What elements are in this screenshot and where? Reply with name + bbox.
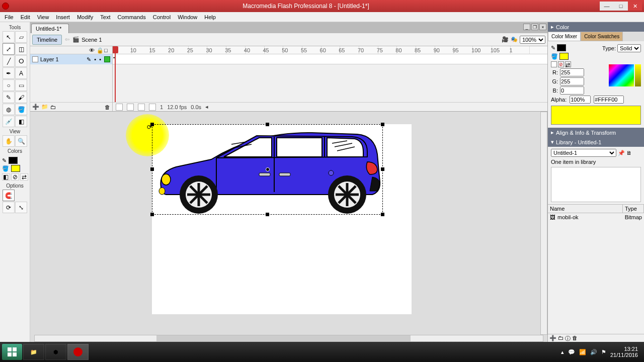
playhead[interactable]: [115, 46, 116, 111]
onion-skin-icon[interactable]: [127, 104, 134, 111]
menu-text[interactable]: Text: [97, 13, 114, 21]
onion-outline-icon[interactable]: [138, 104, 145, 111]
add-motion-guide-icon[interactable]: 📁: [41, 104, 48, 110]
insert-layer-icon[interactable]: ➕: [32, 104, 39, 110]
type-select[interactable]: Solid: [617, 44, 641, 52]
color-picker-gradient[interactable]: [609, 64, 634, 86]
hex-input[interactable]: [594, 96, 624, 104]
library-panel-header[interactable]: ▾ Library - Untitled-1: [548, 137, 644, 147]
handle-mr[interactable]: [381, 167, 384, 171]
nocolor-icon[interactable]: ⊘: [558, 61, 564, 67]
stage-area[interactable]: ⟳: [30, 112, 547, 342]
edit-scene-icon[interactable]: 🎥: [502, 36, 509, 43]
oval-tool[interactable]: ○: [3, 79, 15, 91]
menu-view[interactable]: View: [34, 13, 53, 21]
close-button[interactable]: ✕: [628, 2, 642, 11]
vertical-scrollbar[interactable]: [540, 112, 547, 335]
menu-control[interactable]: Control: [149, 13, 174, 21]
r-input[interactable]: [560, 68, 584, 76]
properties-icon[interactable]: ⓘ: [565, 335, 571, 341]
transform-center[interactable]: [266, 167, 270, 171]
timeline-button[interactable]: Timeline: [32, 35, 62, 45]
center-frame-icon[interactable]: [116, 104, 123, 111]
eye-icon[interactable]: 👁: [89, 47, 95, 53]
menu-edit[interactable]: Edit: [17, 13, 34, 21]
hand-tool[interactable]: ✋: [3, 135, 15, 147]
color-mixer-tab[interactable]: Color Mixer: [548, 32, 581, 41]
g-input[interactable]: [560, 77, 584, 85]
selection-box[interactable]: [152, 124, 383, 215]
doc-close-icon[interactable]: ×: [539, 24, 546, 30]
color-swatches-tab[interactable]: Color Swatches: [581, 32, 623, 41]
stroke-color-swatch[interactable]: [9, 157, 18, 164]
no-color-icon[interactable]: ⊘: [11, 173, 19, 180]
tray-volume-icon[interactable]: 🔊: [590, 349, 597, 355]
panel-fill-swatch[interactable]: [559, 53, 569, 60]
panel-stroke-swatch[interactable]: [557, 44, 566, 51]
handle-bc[interactable]: [266, 213, 269, 216]
outline-icon[interactable]: □: [104, 47, 110, 53]
scene-indicator[interactable]: 🎬 Scene 1: [72, 36, 102, 43]
eyedropper-tool[interactable]: 💉: [3, 116, 15, 127]
tray-flag-icon[interactable]: ⚑: [601, 349, 606, 355]
rectangle-tool[interactable]: ▭: [15, 79, 27, 91]
taskbar-explorer[interactable]: 📁: [23, 344, 44, 360]
maximize-button[interactable]: □: [614, 2, 628, 11]
scroll-left-icon[interactable]: ◂: [205, 104, 208, 110]
name-column[interactable]: Name: [548, 205, 623, 213]
tray-network-icon[interactable]: 📶: [579, 349, 586, 355]
alpha-input[interactable]: [570, 96, 591, 104]
subselection-tool[interactable]: ▱: [15, 31, 27, 43]
taskbar-app-1[interactable]: ⬢: [45, 344, 66, 360]
line-tool[interactable]: ╱: [3, 55, 15, 67]
layer-row[interactable]: Layer 1 ✎ • •: [30, 54, 112, 64]
menu-window[interactable]: Window: [174, 13, 201, 21]
document-tab[interactable]: Untitled-1*: [31, 24, 69, 33]
delete-layer-icon[interactable]: 🗑: [105, 104, 110, 110]
swap-colors-icon[interactable]: ⇄: [20, 173, 28, 180]
free-transform-tool[interactable]: ⤢: [3, 43, 15, 55]
frames-track[interactable]: [113, 54, 547, 64]
start-button[interactable]: [2, 344, 22, 360]
handle-tc[interactable]: [266, 123, 269, 126]
b-input[interactable]: [560, 86, 584, 95]
edit-multiple-icon[interactable]: [149, 104, 156, 111]
menu-file[interactable]: File: [1, 13, 17, 21]
handle-tr[interactable]: [381, 123, 384, 126]
zoom-tool[interactable]: 🔍: [15, 135, 27, 147]
tray-action-icon[interactable]: 💬: [568, 349, 575, 355]
library-doc-select[interactable]: Untitled-1: [551, 149, 616, 157]
scale-option[interactable]: ⤡: [15, 202, 27, 213]
menu-insert[interactable]: Insert: [52, 13, 73, 21]
clock[interactable]: 13:21 21/11/2016: [610, 346, 638, 358]
eraser-tool[interactable]: ◧: [15, 116, 27, 127]
menu-commands[interactable]: Commands: [114, 13, 149, 21]
edit-symbols-icon[interactable]: 🎭: [511, 36, 518, 43]
zoom-select[interactable]: 100%: [520, 36, 545, 44]
layer-outline-color[interactable]: [104, 56, 110, 62]
minimize-button[interactable]: —: [600, 2, 614, 11]
new-folder-icon[interactable]: 🗀: [558, 335, 564, 341]
handle-br[interactable]: [381, 213, 384, 216]
tray-up-icon[interactable]: ▴: [561, 349, 564, 355]
pen-tool[interactable]: ✒: [3, 67, 15, 79]
system-tray[interactable]: ▴ 💬 📶 🔊 ⚑ 13:21 21/11/2016: [561, 346, 642, 358]
back-arrow-icon[interactable]: ⇦: [65, 36, 69, 43]
timeline-ruler[interactable]: 5 10 15 20 25 30 35 40 45 50 55 60 65 70…: [113, 46, 547, 54]
ink-bottle-tool[interactable]: ◍: [3, 104, 15, 115]
new-symbol-icon[interactable]: ➕: [549, 335, 556, 341]
pin-icon[interactable]: 📌: [618, 150, 625, 156]
handle-tl[interactable]: [150, 123, 154, 126]
align-panel-header[interactable]: ▸ Align & Info & Transform: [548, 128, 644, 137]
snap-option[interactable]: 🧲: [3, 190, 15, 201]
default-colors-icon[interactable]: ◧: [2, 173, 10, 180]
pencil-tool[interactable]: ✎: [3, 92, 15, 103]
color-panel-header[interactable]: ▸ Color: [548, 22, 644, 32]
new-lib-icon[interactable]: 🗎: [626, 150, 632, 156]
gradient-transform-tool[interactable]: ◫: [15, 43, 27, 55]
insert-folder-icon[interactable]: 🗀: [50, 104, 56, 110]
text-tool[interactable]: A: [15, 67, 27, 79]
brush-tool[interactable]: 🖌: [15, 92, 27, 103]
handle-bl[interactable]: [150, 213, 154, 216]
swap-icon[interactable]: ⇄: [565, 61, 571, 67]
